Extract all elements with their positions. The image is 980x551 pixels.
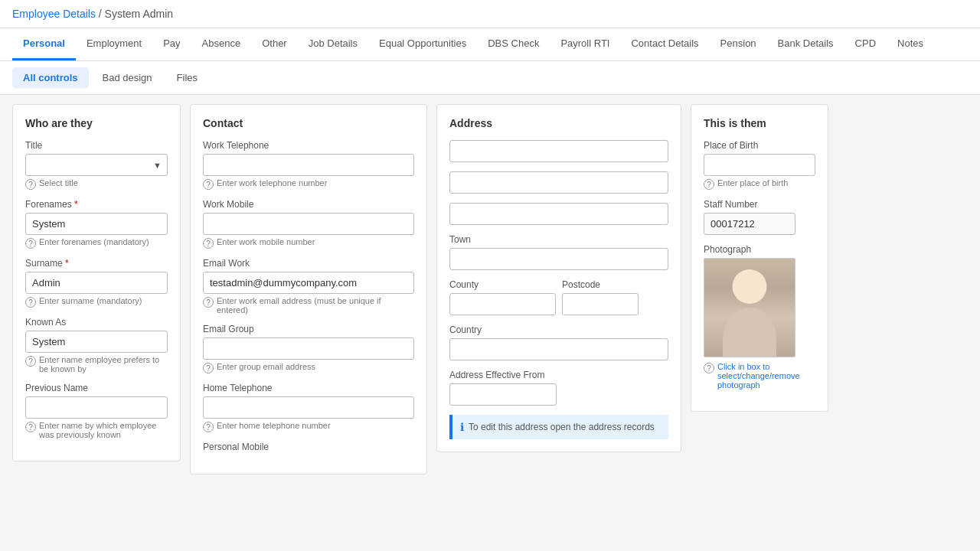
known-as-label: Known As (25, 317, 168, 328)
country-input[interactable] (449, 338, 668, 360)
work-mobile-help-icon: ? (203, 238, 214, 249)
place-of-birth-help-icon: ? (704, 179, 714, 190)
email-group-group: Email Group ? Enter group email address (203, 324, 414, 373)
sub-tab-files[interactable]: Files (166, 67, 208, 88)
tab-other[interactable]: Other (251, 28, 298, 60)
work-mobile-input[interactable] (203, 213, 414, 235)
home-telephone-help: ? Enter home telephone number (203, 421, 414, 432)
previous-name-label: Previous Name (25, 383, 168, 393)
breadcrumb-link[interactable]: Employee Details (12, 8, 96, 20)
photograph-help-icon: ? (704, 363, 714, 373)
staff-number-label: Staff Number (704, 199, 815, 210)
work-mobile-group: Work Mobile ? Enter work mobile number (203, 199, 414, 249)
tab-cpd[interactable]: CPD (844, 28, 887, 60)
address-line3-group (449, 203, 668, 225)
previous-name-help-icon: ? (25, 422, 36, 432)
title-label: Title (25, 140, 168, 151)
staff-number-group: Staff Number (704, 199, 815, 235)
county-label: County (449, 279, 556, 290)
surname-help: ? Enter surname (mandatory) (25, 296, 168, 308)
tab-payroll-rti[interactable]: Payroll RTI (550, 28, 620, 60)
postcode-label: Postcode (562, 279, 668, 290)
title-select[interactable]: Mr Mrs Miss Ms Dr (25, 154, 168, 176)
address-info-bar: ℹ To edit this address open the address … (449, 415, 668, 439)
country-label: Country (449, 324, 668, 335)
town-input[interactable] (449, 248, 668, 270)
address-line3-input[interactable] (449, 203, 668, 225)
work-mobile-help: ? Enter work mobile number (203, 237, 414, 249)
address-card: Address Town County Postcode Country (436, 104, 681, 452)
address-line2-group (449, 171, 668, 194)
place-of-birth-input[interactable] (704, 154, 815, 176)
address-line1-input[interactable] (449, 140, 668, 162)
previous-name-help: ? Enter name by which employee was previ… (25, 421, 168, 439)
tab-pay[interactable]: Pay (152, 28, 191, 60)
home-telephone-help-icon: ? (203, 422, 214, 432)
postcode-group: Postcode (562, 279, 668, 315)
county-postcode-row: County Postcode (449, 279, 668, 324)
email-work-group: Email Work ? Enter work email address (m… (203, 258, 414, 315)
address-effective-from-input[interactable] (449, 383, 557, 406)
home-telephone-label: Home Telephone (203, 383, 414, 393)
tab-employment[interactable]: Employment (76, 28, 152, 60)
county-group: County (449, 279, 556, 315)
previous-name-input[interactable] (25, 396, 168, 419)
work-telephone-group: Work Telephone ? Enter work telephone nu… (203, 140, 414, 190)
main-tabs: PersonalEmploymentPayAbsenceOtherJob Det… (0, 28, 980, 61)
photograph-box[interactable] (704, 258, 795, 357)
address-title: Address (449, 117, 668, 129)
address-line1-group (449, 140, 668, 162)
address-effective-from-group: Address Effective From (449, 370, 668, 406)
known-as-input[interactable] (25, 331, 168, 353)
photograph-label: Photograph (704, 244, 815, 255)
tab-job-details[interactable]: Job Details (298, 28, 368, 60)
sub-tab-all-controls[interactable]: All controls (12, 67, 89, 88)
email-group-help-icon: ? (203, 363, 214, 373)
county-input[interactable] (449, 293, 556, 315)
tab-bank-details[interactable]: Bank Details (767, 28, 844, 60)
country-group: Country (449, 324, 668, 360)
tab-equal-opportunities[interactable]: Equal Opportunities (368, 28, 477, 60)
place-of-birth-help: ? Enter place of birth (704, 178, 815, 190)
email-group-input[interactable] (203, 337, 414, 360)
address-info-icon: ℹ (460, 421, 464, 433)
breadcrumb: Employee Details / System Admin (12, 8, 968, 20)
work-telephone-help: ? Enter work telephone number (203, 178, 414, 190)
home-telephone-group: Home Telephone ? Enter home telephone nu… (203, 383, 414, 432)
email-group-help: ? Enter group email address (203, 362, 414, 373)
title-help: ? Select title (25, 178, 168, 190)
work-telephone-input[interactable] (203, 154, 414, 176)
home-telephone-input[interactable] (203, 396, 414, 419)
this-is-them-title: This is them (704, 117, 815, 129)
surname-label: Surname * (25, 258, 168, 269)
email-work-help-icon: ? (203, 297, 214, 308)
work-telephone-help-icon: ? (203, 179, 214, 190)
tab-personal[interactable]: Personal (12, 28, 76, 60)
title-help-icon: ? (25, 179, 36, 190)
surname-group: Surname * ? Enter surname (mandatory) (25, 258, 168, 308)
known-as-help-icon: ? (25, 356, 36, 367)
staff-number-input[interactable] (704, 213, 795, 235)
previous-name-group: Previous Name ? Enter name by which empl… (25, 383, 168, 439)
forenames-help: ? Enter forenames (mandatory) (25, 237, 168, 249)
photograph-group: Photograph ? Click in box to select/chan… (704, 244, 815, 390)
photograph-help[interactable]: ? Click in box to select/change/remove p… (704, 362, 815, 390)
personal-mobile-label: Personal Mobile (203, 442, 414, 452)
email-group-label: Email Group (203, 324, 414, 334)
email-work-input[interactable] (203, 272, 414, 294)
contact-card: Contact Work Telephone ? Enter work tele… (190, 104, 427, 474)
postcode-input[interactable] (562, 293, 639, 315)
known-as-group: Known As ? Enter name employee prefers t… (25, 317, 168, 373)
tab-pension[interactable]: Pension (710, 28, 767, 60)
forenames-input[interactable] (25, 213, 168, 235)
tab-dbs-check[interactable]: DBS Check (477, 28, 550, 60)
address-line2-input[interactable] (449, 171, 668, 194)
town-label: Town (449, 234, 668, 245)
surname-input[interactable] (25, 272, 168, 294)
tab-contact-details[interactable]: Contact Details (620, 28, 709, 60)
work-telephone-label: Work Telephone (203, 140, 414, 151)
breadcrumb-separator: / (99, 8, 102, 20)
tab-absence[interactable]: Absence (191, 28, 252, 60)
sub-tab-bad-design[interactable]: Bad design (92, 67, 163, 88)
tab-notes[interactable]: Notes (887, 28, 934, 60)
